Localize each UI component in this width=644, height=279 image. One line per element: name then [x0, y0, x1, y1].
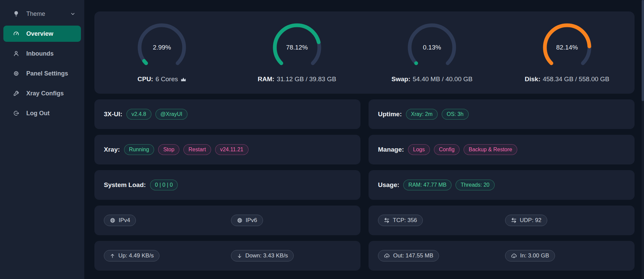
disk-percent: 82.14%	[542, 22, 592, 73]
cpu-detail: 6 Cores	[155, 75, 178, 83]
udp-count-pill: UDP: 92	[505, 215, 547, 226]
sidebar: Theme Overview Inbounds	[0, 0, 84, 279]
cloud-down-icon	[511, 253, 517, 259]
sidebar-item-label: Xray Configs	[26, 90, 64, 97]
manage-label: Manage:	[378, 146, 404, 153]
sidebar-item-panel-settings[interactable]: Panel Settings	[3, 65, 81, 82]
wrench-icon	[13, 90, 20, 97]
cpu-gauge: 2.99% CPU: 6 Cores	[94, 22, 230, 83]
disk-detail: 458.34 GB / 558.00 GB	[543, 75, 610, 83]
system-load-card: System Load: 0 | 0 | 0	[94, 170, 360, 200]
os-uptime-tag: OS: 3h	[442, 109, 469, 120]
globe-icon	[110, 217, 116, 223]
swap-percent: 0.13%	[407, 22, 457, 73]
gear-icon	[13, 70, 20, 77]
manage-card: Manage: Logs Config Backup & Restore	[369, 135, 635, 164]
chevron-down-icon	[70, 11, 76, 17]
download-speed-pill: Down: 3.43 KB/s	[231, 250, 294, 261]
backup-restore-button[interactable]: Backup & Restore	[464, 144, 517, 155]
globe-icon	[237, 217, 243, 223]
telegram-channel-tag[interactable]: @XrayUI	[155, 109, 187, 120]
arrow-up-icon	[110, 253, 115, 259]
ipv6-pill[interactable]: IPv6	[231, 215, 263, 226]
ram-label: RAM:	[258, 75, 274, 83]
threads-tag: Threads: 20	[456, 180, 494, 190]
sidebar-item-overview[interactable]: Overview	[3, 26, 81, 42]
xray-label: Xray:	[104, 146, 120, 153]
swap-detail: 54.40 MB / 40.00 GB	[413, 75, 472, 83]
system-load-label: System Load:	[104, 181, 146, 189]
panel-version-label: 3X-UI:	[104, 111, 122, 118]
area-chart-icon	[180, 76, 186, 82]
ipv6-text: IPv6	[246, 217, 257, 224]
xray-version-button[interactable]: v24.11.21	[215, 144, 248, 155]
upload-speed-pill: Up: 4.49 KB/s	[104, 250, 159, 261]
swap-gauge: 0.13% Swap: 54.40 MB / 40.00 GB	[364, 22, 500, 83]
ipv4-pill[interactable]: IPv4	[104, 215, 136, 226]
cpu-percent: 2.99%	[137, 22, 187, 73]
traffic-in-pill: In: 3.00 GB	[505, 250, 555, 261]
sidebar-item-inbounds[interactable]: Inbounds	[3, 45, 81, 62]
speed-card: Up: 4.49 KB/s Down: 3.43 KB/s	[94, 241, 360, 271]
ram-detail: 31.12 GB / 39.83 GB	[277, 75, 336, 83]
ram-percent: 78.12%	[272, 22, 322, 73]
system-gauges-card: 2.99% CPU: 6 Cores 78.12%	[94, 11, 635, 94]
xray-status-card: Xray: Running Stop Restart v24.11.21	[94, 135, 360, 164]
ram-gauge: 78.12% RAM: 31.12 GB / 39.83 GB	[230, 22, 365, 83]
traffic-card: Out: 147.55 MB In: 3.00 GB	[369, 241, 635, 271]
sidebar-item-log-out[interactable]: Log Out	[3, 105, 81, 121]
usage-card: Usage: RAM: 47.77 MB Threads: 20	[369, 170, 635, 200]
xray-stop-button[interactable]: Stop	[158, 144, 179, 155]
uptime-card: Uptime: Xray: 2m OS: 3h	[369, 99, 635, 129]
exchange-icon	[384, 217, 390, 223]
uptime-label: Uptime:	[378, 111, 402, 118]
panel-version-card: 3X-UI: v2.4.8 @XrayUI	[94, 99, 360, 129]
sidebar-item-label: Log Out	[26, 110, 50, 117]
disk-gauge: 82.14% Disk: 458.34 GB / 558.00 GB	[500, 22, 635, 83]
logout-icon	[13, 110, 20, 117]
xray-restart-button[interactable]: Restart	[183, 144, 211, 155]
lightbulb-icon	[13, 10, 20, 17]
config-button[interactable]: Config	[434, 144, 460, 155]
cpu-label: CPU:	[138, 75, 153, 83]
upload-speed-text: Up: 4.49 KB/s	[118, 252, 154, 259]
traffic-in-text: In: 3.00 GB	[520, 252, 549, 259]
sidebar-item-label: Panel Settings	[26, 70, 68, 77]
system-load-tag: 0 | 0 | 0	[150, 180, 178, 190]
download-speed-text: Down: 3.43 KB/s	[245, 252, 288, 259]
ipv4-text: IPv4	[119, 217, 130, 224]
udp-count-text: UDP: 92	[520, 217, 541, 224]
xray-running-badge: Running	[124, 144, 154, 155]
arrow-down-icon	[237, 253, 242, 259]
scrollbar-thumb[interactable]	[642, 0, 644, 101]
sidebar-item-label: Inbounds	[26, 50, 54, 57]
tcp-count-pill: TCP: 356	[378, 215, 423, 226]
main-content: 2.99% CPU: 6 Cores 78.12%	[84, 0, 644, 279]
swap-label: Swap:	[391, 75, 410, 83]
xray-uptime-tag: Xray: 2m	[406, 109, 438, 120]
theme-selector[interactable]: Theme	[0, 6, 84, 22]
traffic-out-pill: Out: 147.55 MB	[378, 250, 439, 261]
ram-usage-tag: RAM: 47.77 MB	[403, 180, 451, 190]
cloud-up-icon	[384, 253, 390, 259]
exchange-icon	[511, 217, 517, 223]
gauge-icon	[13, 30, 20, 37]
connections-card: TCP: 356 UDP: 92	[369, 206, 635, 235]
sidebar-item-xray-configs[interactable]: Xray Configs	[3, 85, 81, 101]
panel-version-tag[interactable]: v2.4.8	[126, 109, 151, 120]
scrollbar[interactable]	[642, 0, 644, 279]
ip-card: IPv4 IPv6	[94, 206, 360, 235]
person-icon	[13, 50, 20, 57]
theme-label: Theme	[26, 10, 45, 18]
tcp-count-text: TCP: 356	[393, 217, 417, 224]
logs-button[interactable]: Logs	[408, 144, 430, 155]
traffic-out-text: Out: 147.55 MB	[393, 252, 433, 259]
disk-label: Disk:	[525, 75, 540, 83]
sidebar-item-label: Overview	[26, 30, 53, 37]
usage-label: Usage:	[378, 181, 399, 189]
